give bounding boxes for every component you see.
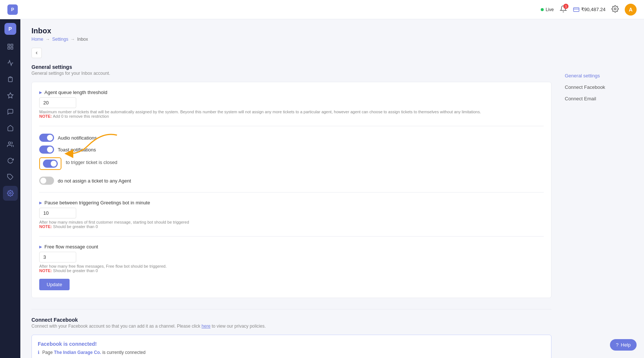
audio-notifications-toggle[interactable]	[39, 134, 54, 142]
sidebar: P	[0, 19, 20, 358]
user-avatar[interactable]: A	[625, 4, 637, 16]
general-settings-section: General settings General settings for yo…	[31, 64, 551, 298]
trigger-toggle-wrapper	[39, 157, 61, 170]
notif-badge: 1	[563, 4, 568, 9]
facebook-privacy-link[interactable]: here	[202, 324, 211, 329]
live-status: Live	[541, 7, 554, 12]
breadcrumb: Home → Settings → Inbox	[31, 37, 633, 42]
free-flow-group: ▶ Free flow message count After how many…	[39, 244, 544, 273]
svg-point-9	[8, 142, 10, 144]
update-button[interactable]: Update	[39, 279, 70, 290]
general-settings-header: General settings General settings for yo…	[31, 64, 551, 76]
greetings-pause-help: After how many minutes of first customer…	[39, 220, 544, 229]
page-header: Inbox Home → Settings → Inbox	[31, 27, 633, 42]
toggle-highlight-box	[39, 157, 61, 170]
breadcrumb-settings[interactable]: Settings	[52, 37, 68, 42]
connect-facebook-section: Connect Facebook Connect with your Faceb…	[31, 317, 551, 358]
settings-icon[interactable]	[611, 5, 619, 14]
agent-queue-note-label: NOTE:	[39, 114, 52, 118]
agent-queue-help: Maximum number of tickets that will be a…	[39, 110, 544, 118]
greetings-pause-input[interactable]	[39, 208, 76, 218]
sidebar-item-home[interactable]	[3, 121, 18, 135]
sidebar-item-star[interactable]	[3, 88, 18, 103]
free-flow-input[interactable]	[39, 252, 76, 262]
do-not-assign-label: do not assign a ticket to any Agent	[58, 178, 131, 184]
do-not-assign-toggle[interactable]	[39, 177, 54, 185]
agent-queue-input[interactable]	[39, 97, 76, 108]
notifications-icon[interactable]: 1	[560, 5, 567, 14]
topbar-right: Live 1 ₹90,487.24 A	[541, 4, 637, 16]
greetings-pause-label: Pause between triggering Greetings bot i…	[44, 200, 150, 205]
help-button[interactable]: ? Help	[610, 339, 637, 351]
trigger-label: to trigger ticket is closed	[66, 160, 117, 165]
topbar: P Live 1 ₹90,487.24 A	[0, 0, 644, 19]
greetings-pause-group: ▶ Pause between triggering Greetings bot…	[39, 200, 544, 229]
trigger-toggle[interactable]	[43, 160, 58, 168]
svg-rect-6	[8, 47, 10, 49]
general-settings-card: ▶ Agent queue length threshold Maximum n…	[31, 82, 551, 298]
breadcrumb-inbox: Inbox	[77, 37, 88, 42]
right-link-connect-email[interactable]: Connect Email	[565, 94, 627, 103]
svg-rect-3	[8, 44, 10, 46]
svg-rect-0	[574, 7, 579, 11]
right-link-general-settings[interactable]: General settings	[565, 71, 627, 80]
general-settings-desc: General settings for your Inbox account.	[31, 71, 551, 76]
agent-queue-label: ▶ Agent queue length threshold	[39, 90, 544, 95]
facebook-page-info: ℹ Page The Indian Garage Co. is currentl…	[38, 350, 545, 355]
balance-display: ₹90,487.24	[573, 6, 606, 13]
sidebar-item-settings[interactable]	[3, 186, 18, 201]
do-not-assign-row: do not assign a ticket to any Agent	[39, 177, 544, 185]
right-sidebar: General settings Connect Facebook Connec…	[559, 64, 633, 358]
svg-rect-4	[11, 44, 13, 46]
svg-rect-5	[11, 47, 13, 49]
sidebar-logo: P	[4, 23, 16, 35]
sidebar-item-tag[interactable]	[3, 170, 18, 184]
page-title: Inbox	[31, 27, 633, 35]
breadcrumb-home[interactable]: Home	[31, 37, 43, 42]
app-logo: P	[7, 4, 18, 15]
toast-notifications-toggle[interactable]	[39, 145, 54, 154]
connect-facebook-title: Connect Facebook	[31, 317, 551, 323]
connect-facebook-header: Connect Facebook Connect with your Faceb…	[31, 317, 551, 329]
free-flow-help: After how many free flow messages, Free …	[39, 264, 544, 273]
sidebar-item-analytics[interactable]	[3, 56, 18, 70]
page-content: Inbox Home → Settings → Inbox	[20, 19, 644, 358]
agent-queue-group: ▶ Agent queue length threshold Maximum n…	[39, 90, 544, 118]
right-link-connect-facebook[interactable]: Connect Facebook	[565, 83, 627, 91]
general-settings-title: General settings	[31, 64, 551, 70]
connect-facebook-desc: Connect with your Facebook account so th…	[31, 324, 551, 329]
svg-rect-7	[9, 77, 11, 78]
sidebar-item-tickets[interactable]	[3, 72, 18, 87]
facebook-connected-box: Facebook is connected! ℹ Page The Indian…	[31, 335, 551, 358]
back-button[interactable]	[31, 48, 42, 58]
toast-notifications-row: Toast notifications	[39, 145, 544, 154]
svg-point-11	[9, 193, 11, 194]
topbar-left: P	[7, 4, 18, 15]
facebook-connected-title: Facebook is connected!	[38, 341, 545, 347]
sidebar-item-dashboard[interactable]	[3, 39, 18, 54]
free-flow-label: Free flow message count	[44, 244, 98, 250]
audio-notifications-row: Audio notifications	[39, 134, 544, 142]
toast-notifications-label: Toast notifications	[58, 147, 96, 153]
svg-marker-8	[7, 93, 13, 98]
live-dot	[541, 8, 544, 11]
svg-point-2	[614, 8, 616, 10]
audio-notifications-label: Audio notifications	[58, 135, 97, 141]
sidebar-item-chat[interactable]	[3, 104, 18, 119]
facebook-page-name: The Indian Garage Co.	[54, 350, 101, 355]
sidebar-item-refresh[interactable]	[3, 153, 18, 168]
sidebar-item-users[interactable]	[3, 137, 18, 152]
